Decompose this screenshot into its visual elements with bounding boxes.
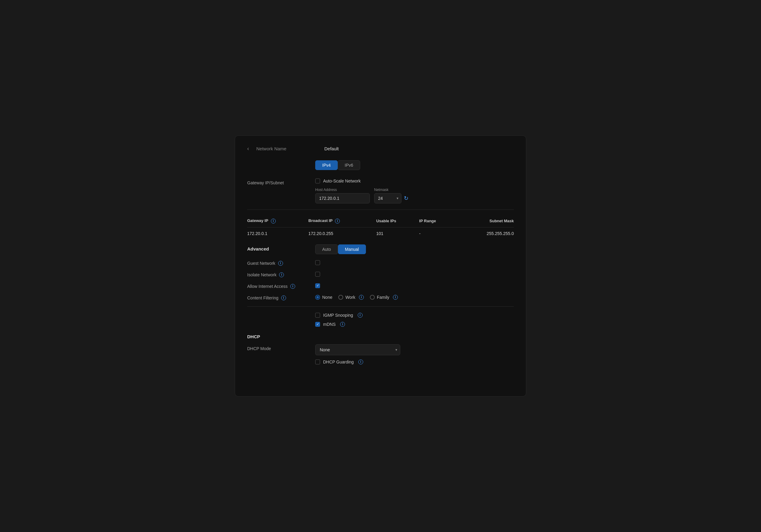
igmp-label: IGMP Snooping xyxy=(323,313,353,318)
auto-scale-checkbox[interactable] xyxy=(315,179,320,183)
radio-family[interactable]: Family i xyxy=(370,295,398,300)
broadcast-ip-info-icon[interactable]: i xyxy=(335,219,340,223)
family-info-icon[interactable]: i xyxy=(393,295,398,300)
radio-work-label: Work xyxy=(345,295,355,300)
gateway-ip-info-icon[interactable]: i xyxy=(271,219,276,223)
netmask-field: Netmask 24 25 26 27 28 29 30 xyxy=(374,188,408,204)
guest-network-control xyxy=(315,260,320,265)
radio-work[interactable]: Work i xyxy=(338,295,364,300)
content-filter-radio-group: None Work i Family i xyxy=(315,295,398,300)
advanced-title: Advanced xyxy=(247,244,315,252)
col-usable-ips: Usable IPs xyxy=(376,216,419,227)
divider-1 xyxy=(247,209,514,210)
advanced-header-row: Advanced Auto Manual xyxy=(247,244,514,254)
mdns-info-icon[interactable]: i xyxy=(340,322,345,327)
isolate-network-label: Isolate Network i xyxy=(247,272,315,277)
guest-network-info-icon[interactable]: i xyxy=(278,261,283,266)
ip-version-tabs: IPv4 IPv6 xyxy=(315,160,514,170)
advanced-mode-controls: Auto Manual xyxy=(315,244,366,254)
allow-internet-control xyxy=(315,283,320,288)
address-row: Host Address Netmask 24 25 26 27 28 xyxy=(315,188,514,204)
netmask-select[interactable]: 24 25 26 27 28 29 30 xyxy=(374,193,401,204)
col-broadcast-ip: Broadcast IP i xyxy=(309,216,376,227)
radio-family-circle xyxy=(370,295,375,300)
cell-gateway-ip: 172.20.0.1 xyxy=(247,227,309,237)
info-table: Gateway IP i Broadcast IP i Usable IPs I… xyxy=(247,216,514,237)
mode-manual-btn[interactable]: Manual xyxy=(338,244,366,254)
guest-network-checkbox[interactable] xyxy=(315,260,320,265)
content-filtering-control: None Work i Family i xyxy=(315,295,398,300)
dhcp-mode-row: DHCP Mode None Server Relay DHCP Guardin… xyxy=(247,344,514,364)
dhcp-mode-select-wrapper: None Server Relay xyxy=(315,344,400,355)
mode-btn-group: Auto Manual xyxy=(315,244,366,254)
radio-none-label: None xyxy=(322,295,332,300)
auto-scale-row: Auto-Scale Network xyxy=(315,179,514,183)
mdns-label: mDNS xyxy=(323,322,335,327)
dhcp-guarding-info-icon[interactable]: i xyxy=(358,360,363,364)
cell-subnet-mask: 255.255.255.0 xyxy=(455,227,514,237)
netmask-select-wrap: 24 25 26 27 28 29 30 ↻ xyxy=(374,193,408,204)
isolate-network-control xyxy=(315,272,320,277)
igmp-info-icon[interactable]: i xyxy=(358,313,363,318)
allow-internet-checkbox[interactable] xyxy=(315,283,320,288)
igmp-checkbox[interactable] xyxy=(315,313,320,318)
tab-ipv4[interactable]: IPv4 xyxy=(315,160,338,170)
network-name-label: Network Name xyxy=(256,146,317,151)
host-address-label: Host Address xyxy=(315,188,370,192)
isolate-network-info-icon[interactable]: i xyxy=(279,272,284,277)
content-filtering-row: Content Filtering i None Work i Family i xyxy=(247,295,514,300)
host-address-field: Host Address xyxy=(315,188,370,204)
content-filtering-label: Content Filtering i xyxy=(247,295,315,300)
network-name-value: Default xyxy=(324,146,339,151)
header-row: ‹ Network Name Default xyxy=(247,146,514,152)
igmp-mdns-section: IGMP Snooping i mDNS i xyxy=(247,313,514,327)
dhcp-mode-label: DHCP Mode xyxy=(247,344,315,351)
content-filtering-info-icon[interactable]: i xyxy=(281,295,286,300)
cell-broadcast-ip: 172.20.0.255 xyxy=(309,227,376,237)
gateway-subnet-content: Auto-Scale Network Host Address Netmask … xyxy=(315,179,514,204)
dhcp-guarding-checkbox[interactable] xyxy=(315,360,320,364)
guest-network-row: Guest Network i xyxy=(247,260,514,266)
radio-none[interactable]: None xyxy=(315,295,332,300)
dhcp-title-row: DHCP xyxy=(247,334,514,339)
col-gateway-ip: Gateway IP i xyxy=(247,216,309,227)
gateway-subnet-label: Gateway IP/Subnet xyxy=(247,179,315,185)
dhcp-mode-content: None Server Relay DHCP Guarding i xyxy=(315,344,514,364)
allow-internet-label: Allow Internet Access i xyxy=(247,283,315,289)
back-button[interactable]: ‹ xyxy=(247,146,249,152)
dhcp-guarding-row: DHCP Guarding i xyxy=(315,360,514,364)
auto-scale-label: Auto-Scale Network xyxy=(323,179,361,183)
work-info-icon[interactable]: i xyxy=(359,295,364,300)
dhcp-mode-select[interactable]: None Server Relay xyxy=(315,344,400,355)
gateway-subnet-row: Gateway IP/Subnet Auto-Scale Network Hos… xyxy=(247,179,514,204)
dhcp-title: DHCP xyxy=(247,334,260,339)
radio-family-label: Family xyxy=(377,295,389,300)
igmp-row: IGMP Snooping i xyxy=(315,313,514,318)
mode-auto-btn[interactable]: Auto xyxy=(315,244,338,254)
netmask-label: Netmask xyxy=(374,188,408,192)
isolate-network-row: Isolate Network i xyxy=(247,272,514,277)
allow-internet-info-icon[interactable]: i xyxy=(290,284,295,289)
mdns-checkbox[interactable] xyxy=(315,322,320,327)
guest-network-label: Guest Network i xyxy=(247,260,315,266)
host-address-input[interactable] xyxy=(315,193,370,204)
netmask-select-wrapper: 24 25 26 27 28 29 30 xyxy=(374,193,401,204)
main-window: ‹ Network Name Default IPv4 IPv6 Gateway… xyxy=(235,136,526,396)
allow-internet-row: Allow Internet Access i xyxy=(247,283,514,289)
tab-ipv6[interactable]: IPv6 xyxy=(338,160,360,170)
dhcp-guarding-label: DHCP Guarding xyxy=(323,360,354,364)
back-icon: ‹ xyxy=(247,146,249,152)
section-divider-1 xyxy=(247,306,514,307)
col-ip-range: IP Range xyxy=(419,216,455,227)
table-row: 172.20.0.1 172.20.0.255 101 - 255.255.25… xyxy=(247,227,514,237)
col-subnet-mask: Subnet Mask xyxy=(455,216,514,227)
cell-ip-range: - xyxy=(419,227,455,237)
radio-none-circle xyxy=(315,295,320,300)
radio-work-circle xyxy=(338,295,343,300)
isolate-network-checkbox[interactable] xyxy=(315,272,320,277)
cell-usable-ips: 101 xyxy=(376,227,419,237)
mdns-row: mDNS i xyxy=(315,322,514,327)
refresh-button[interactable]: ↻ xyxy=(404,195,408,202)
